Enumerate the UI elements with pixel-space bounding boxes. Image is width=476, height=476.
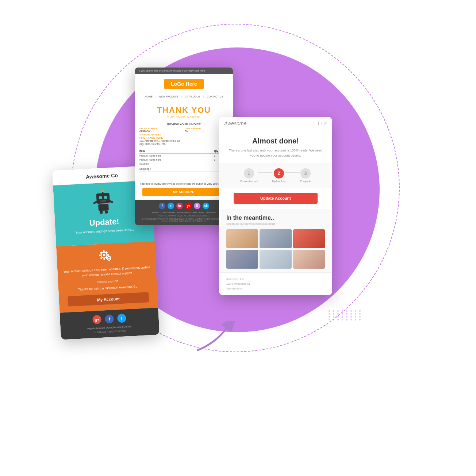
google-plus-icon[interactable]: g+ [92,315,101,324]
nav-contact[interactable]: CONTACT US [207,95,223,98]
stepper: 1 Create Account 2 Update Info 3 Complet… [223,168,329,183]
twitter-icon[interactable]: t [168,203,174,209]
account-header: Awesome t f ⎘ [219,117,332,130]
invoice-address: 123, Address line 1, Address line 2, LaC… [139,139,229,146]
invoice-logo-area: LoGo Here [135,74,233,92]
update-company-name: Awesome Co [86,172,118,180]
step-3: 3 Complete [300,168,311,183]
my-account-button[interactable]: My Account [68,292,149,307]
nav-catalogue[interactable]: CATALOGUE [185,95,200,98]
svg-rect-6 [98,204,109,211]
step-3-label: Complete [300,180,311,183]
update-thanks: Thanks for being a customer! Awesome Co [64,284,152,292]
card-invoice: If you cannot see this email or display … [135,68,233,225]
shipping-row: Shipping : [139,166,229,171]
svg-rect-26 [110,257,111,259]
invoice-thank: THANK YOU FOR YOUR ORDER! [135,101,233,120]
svg-rect-7 [93,200,98,204]
invoice-footer-warning: IF YOU DO NOT WANT TO RECEIVE EMAILS FRO… [139,218,229,222]
step-1-label: Create Account [240,180,258,183]
update-social-icons: g+ f t [64,312,155,326]
svg-rect-0 [96,193,110,204]
account-header-socials: t f ⎘ [318,121,327,126]
photo-grid [226,229,325,269]
svg-rect-24 [108,260,110,261]
photo-cell-6 [293,250,325,269]
subtotal-row: Subtotal : [139,162,229,166]
svg-rect-2 [104,196,107,199]
svg-rect-23 [108,256,110,257]
photo-cell-1 [226,229,258,248]
update-account-button[interactable]: Update Account [234,193,318,204]
step-1: 1 Create Account [240,168,258,183]
step-2-circle: 2 [274,168,284,178]
step-1-circle: 1 [244,168,254,178]
svg-rect-25 [106,258,107,259]
account-footer-company: Awesome Inc 1234 Awesome St Wonderland [226,277,325,291]
svg-rect-16 [107,254,109,256]
svg-rect-10 [105,211,108,214]
invoice-footer-copy: ©2014 COMPANY NAME. ALL RIGHTS RESERVED. [139,215,229,217]
step-3-circle: 3 [300,168,311,178]
invoice-table-area: ORDER NUMBER A80SD99 DATE SHIPPED AU SHI… [135,127,233,180]
table-row: Product name here 1 [139,158,229,162]
facebook-icon[interactable]: f [159,203,165,209]
invoice-thank-title: THANK YOU [139,105,229,115]
invoice-logo: LoGo Here [164,79,204,89]
invoice-topbar: If you cannot see this email or display … [135,68,233,74]
facebook-header-icon[interactable]: f [321,121,322,126]
svg-rect-8 [109,200,114,204]
invoice-footer: f t in yt li sk PRIVACY STATEMENT | TERM… [135,200,233,225]
step-connector-1 [258,172,272,173]
table-row: Product name here 1 [139,154,229,158]
step-2-label: Update Info [272,180,285,183]
invoice-review: REVIEW YOUR INVOICE [135,120,233,127]
photo-cell-5 [260,250,291,269]
invoice-cta-text: Feel free to review your invoice below o… [135,180,233,188]
robot-icon [92,190,115,215]
update-orange-section: Your account settings have been updated.… [56,241,158,312]
gear-icon [99,249,114,263]
photo-cell-2 [260,229,291,248]
linkedin-icon[interactable]: li [194,203,200,209]
svg-rect-15 [99,254,101,256]
svg-rect-1 [99,196,102,199]
photo-cell-4 [226,250,258,269]
invoice-my-account-button[interactable]: MY ACCOUNT [142,188,226,196]
order-number-cell: ORDER NUMBER A80SD99 [139,127,183,132]
svg-rect-13 [103,250,104,253]
step-2: 2 Update Info [272,168,285,183]
account-logo: Awesome [224,120,246,126]
instagram-icon[interactable]: in [176,203,183,209]
invoice-topbar-text: If you cannot see this email or display … [139,69,205,72]
account-meantime: In the meantime.. Check out our newest c… [219,209,332,272]
dot-pattern-right [329,310,362,320]
arrow-decoration [193,321,237,359]
step-connector-2 [285,172,300,173]
meantime-sub: Check out our newest collection items [226,222,325,226]
account-body: Almost done! There's one last step until… [219,130,332,209]
svg-point-22 [108,257,110,259]
nav-new-product[interactable]: NEW PRODUCT [159,95,178,98]
invoice-items-table: Item Qty Product name here 1 Product nam… [139,149,229,162]
invoice-nav: HOME | NEW PRODUCT | CATALOGUE | CONTACT… [135,92,233,101]
card-account: Awesome t f ⎘ Almost done! There's one l… [219,117,332,295]
total-row: Total: [139,171,229,177]
almost-done-title: Almost done! [226,137,325,145]
invoice-social-icons: f t in yt li sk [139,203,229,209]
account-desc: There's one last step until your account… [226,148,325,158]
facebook-icon[interactable]: f [105,314,114,323]
twitter-icon[interactable]: t [117,314,126,323]
skype-icon[interactable]: sk [203,203,209,209]
youtube-icon[interactable]: yt [185,203,192,209]
stepper-area: 1 Create Account 2 Update Info 3 Complet… [219,163,332,188]
meantime-title: In the meantime.. [226,215,325,221]
nav-home[interactable]: HOME [145,95,153,98]
photo-cell-3 [293,229,325,248]
svg-rect-9 [100,211,103,214]
rss-header-icon[interactable]: ⎘ [325,121,327,126]
account-card-footer: Awesome Inc 1234 Awesome St Wonderland [219,272,332,295]
svg-rect-14 [103,258,105,260]
twitter-header-icon[interactable]: t [318,121,319,126]
invoice-footer-links: PRIVACY STATEMENT | TERMS AND CONDITIONS… [139,211,229,214]
